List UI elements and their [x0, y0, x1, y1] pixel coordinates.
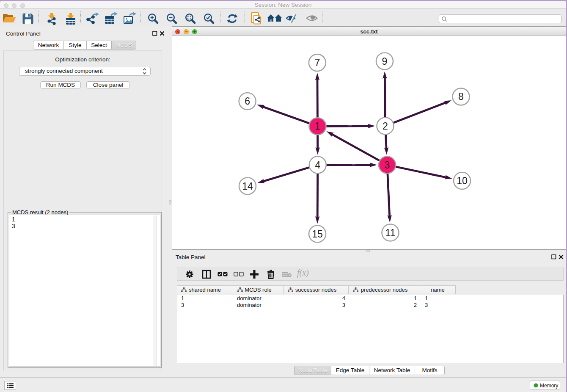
- svg-text:8: 8: [458, 91, 464, 102]
- svg-text:7: 7: [314, 57, 320, 68]
- svg-text:3: 3: [385, 160, 390, 171]
- svg-text:10: 10: [457, 175, 468, 186]
- svg-text:15: 15: [312, 229, 323, 240]
- svg-text:4: 4: [315, 160, 320, 171]
- svg-text:9: 9: [382, 56, 388, 67]
- svg-text:6: 6: [245, 96, 250, 107]
- svg-text:2: 2: [383, 121, 388, 132]
- svg-text:11: 11: [385, 227, 396, 238]
- svg-text:14: 14: [242, 181, 253, 192]
- svg-text:1: 1: [315, 121, 320, 132]
